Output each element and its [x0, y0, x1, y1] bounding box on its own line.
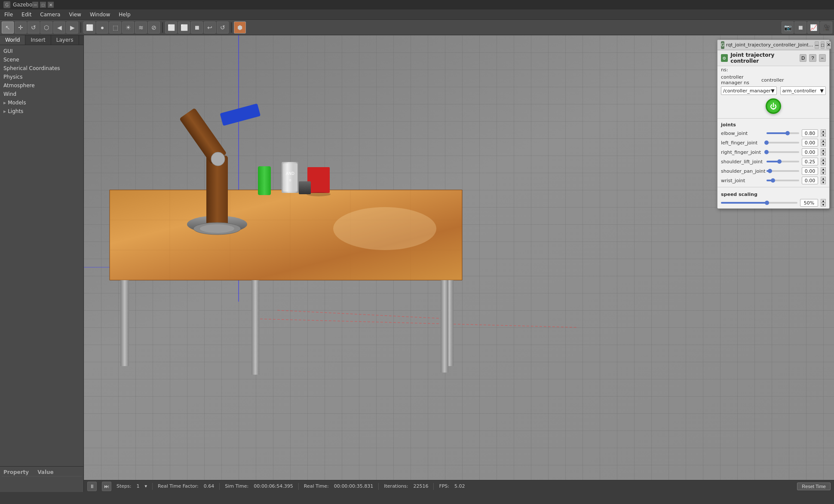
- left-finger-value: 0.00: [802, 139, 818, 147]
- window-controls: ─ □ ✕: [32, 2, 54, 8]
- shoulder-lift-spin-down[interactable]: ▼: [821, 162, 826, 165]
- light-tool[interactable]: ☀: [122, 21, 134, 34]
- shoulder-pan-label: shoulder_pan_joint: [721, 168, 764, 174]
- tree-item-wind[interactable]: Wind: [0, 90, 83, 98]
- jc-extra-btn[interactable]: −: [819, 54, 826, 62]
- tree-item-lights[interactable]: Lights: [0, 107, 83, 116]
- menu-camera[interactable]: Camera: [36, 9, 64, 19]
- wrist-spinners: ▲ ▼: [821, 177, 826, 184]
- speed-thumb[interactable]: [765, 201, 769, 205]
- speed-spin-up[interactable]: ▲: [821, 199, 826, 203]
- tree-item-gui[interactable]: GUI: [0, 47, 83, 55]
- tree-item-models[interactable]: Models: [0, 98, 83, 107]
- left-finger-track: [767, 142, 799, 144]
- menu-help[interactable]: Help: [114, 9, 135, 19]
- wrist-slider[interactable]: [767, 177, 799, 184]
- tree-item-spherical[interactable]: Spherical Coordinates: [0, 64, 83, 73]
- right-finger-spin-down[interactable]: ▼: [821, 152, 826, 156]
- menu-file[interactable]: File: [0, 9, 17, 19]
- shoulder-lift-label: shoulder_lift_joint: [721, 159, 764, 165]
- menu-edit[interactable]: Edit: [17, 9, 36, 19]
- screenshot-btn[interactable]: 📷: [782, 21, 794, 34]
- speed-label: speed scaling: [721, 192, 826, 197]
- tab-world[interactable]: World: [0, 35, 25, 45]
- elbow-spin-down[interactable]: ▼: [821, 133, 826, 137]
- speed-row: 50% ▲ ▼: [721, 199, 826, 207]
- jc-maximize[interactable]: □: [821, 41, 825, 49]
- left-finger-slider[interactable]: [767, 139, 799, 146]
- shoulder-pan-thumb[interactable]: [768, 169, 772, 173]
- close-button[interactable]: ✕: [48, 2, 54, 8]
- jc-d-btn[interactable]: D: [800, 54, 806, 62]
- redo-dropdown[interactable]: ▶: [66, 21, 78, 34]
- right-finger-spin-up[interactable]: ▲: [821, 148, 826, 152]
- elbow-spin-up[interactable]: ▲: [821, 129, 826, 133]
- elbow-slider[interactable]: [767, 130, 799, 137]
- rtf-value: 0.64: [204, 483, 215, 489]
- scale-tool[interactable]: ⬡: [40, 21, 52, 34]
- select-tool[interactable]: ↖: [2, 21, 14, 34]
- tab-insert[interactable]: Insert: [25, 35, 51, 45]
- grid-tool[interactable]: ↺: [217, 21, 229, 34]
- wrist-value: 0.00: [802, 177, 818, 184]
- wrist-thumb[interactable]: [771, 178, 775, 183]
- box-tool[interactable]: ⬜: [83, 21, 95, 34]
- speed-spin-down[interactable]: ▼: [821, 203, 826, 207]
- left-finger-thumb[interactable]: [764, 141, 769, 145]
- sphere-tool[interactable]: ●: [96, 21, 108, 34]
- shoulder-lift-slider[interactable]: [767, 158, 799, 165]
- left-finger-spin-down[interactable]: ▼: [821, 143, 826, 147]
- cm-dropdown[interactable]: /controller_manager ▼: [721, 86, 777, 95]
- paste-tool[interactable]: ⬜: [178, 21, 190, 34]
- ctrl-dropdown[interactable]: arm_controller ▼: [780, 86, 826, 95]
- ctrl-value: arm_controller: [782, 88, 817, 94]
- jc-minimize[interactable]: ─: [815, 41, 819, 49]
- minimize-button[interactable]: ─: [32, 2, 38, 8]
- tab-layers[interactable]: Layers: [51, 35, 79, 45]
- viewport[interactable]: AND 0: [84, 35, 834, 492]
- tree-item-scene[interactable]: Scene: [0, 55, 83, 64]
- joint-row-shoulder-pan: shoulder_pan_joint 0.00 ▲ ▼: [717, 166, 829, 176]
- wrist-spin-down[interactable]: ▼: [821, 180, 826, 184]
- menu-view[interactable]: View: [64, 9, 85, 19]
- tree-item-physics[interactable]: Physics: [0, 73, 83, 81]
- shoulder-pan-spin-up[interactable]: ▲: [821, 167, 826, 171]
- models-label: Models: [8, 100, 26, 106]
- shoulder-pan-spin-down[interactable]: ▼: [821, 171, 826, 175]
- joint-tool[interactable]: ⊘: [148, 21, 160, 34]
- elbow-thumb[interactable]: [785, 131, 790, 135]
- power-button[interactable]: ⏻: [766, 98, 781, 114]
- maximize-button[interactable]: □: [40, 2, 46, 8]
- object-tool[interactable]: ⬢: [234, 21, 246, 34]
- right-finger-thumb[interactable]: [764, 150, 769, 154]
- jc-help-btn[interactable]: ?: [809, 54, 816, 62]
- joint-row-wrist: wrist_joint 0.00 ▲ ▼: [717, 176, 829, 185]
- shoulder-lift-thumb[interactable]: [777, 159, 782, 164]
- jc-close[interactable]: ✕: [826, 41, 831, 49]
- translate-tool[interactable]: ✛: [15, 21, 27, 34]
- shoulder-lift-spin-up[interactable]: ▲: [821, 158, 826, 162]
- undo-dropdown[interactable]: ◀: [53, 21, 65, 34]
- jc-icon: G: [721, 41, 724, 49]
- copy-tool[interactable]: ⬜: [165, 21, 177, 34]
- wrist-spin-up[interactable]: ▲: [821, 177, 826, 180]
- pause-button[interactable]: ⏸: [87, 482, 97, 491]
- align-tool[interactable]: ⏹: [191, 21, 203, 34]
- right-finger-slider[interactable]: [767, 149, 799, 156]
- shoulder-pan-slider[interactable]: [767, 168, 799, 174]
- snap-tool[interactable]: ↩: [204, 21, 216, 34]
- speed-slider[interactable]: [721, 202, 797, 204]
- rotate-tool[interactable]: ↺: [28, 21, 40, 34]
- mesh-tool[interactable]: ≋: [135, 21, 147, 34]
- sidebar-tree: GUI Scene Spherical Coordinates Physics …: [0, 45, 83, 466]
- menu-window[interactable]: Window: [86, 9, 114, 19]
- steps-label: Steps:: [117, 483, 131, 489]
- video-btn[interactable]: 🎥: [820, 21, 832, 34]
- step-button[interactable]: ⏭: [102, 482, 111, 491]
- stats-btn[interactable]: 📈: [807, 21, 819, 34]
- left-finger-spin-up[interactable]: ▲: [821, 139, 826, 143]
- cylinder-tool[interactable]: ⬚: [109, 21, 121, 34]
- tree-item-atmosphere[interactable]: Atmosphere: [0, 81, 83, 90]
- reset-time-button[interactable]: Reset Time: [797, 483, 831, 490]
- record-btn[interactable]: ⏹: [794, 21, 806, 34]
